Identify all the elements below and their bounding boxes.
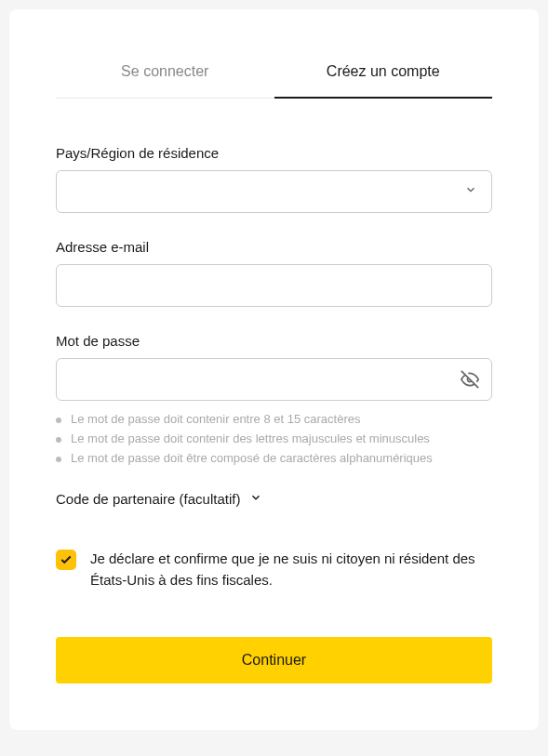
hint-text: Le mot de passe doit contenir entre 8 et… [71,412,360,426]
auth-tabs: Se connecter Créez un compte [56,46,492,99]
password-group: Mot de passe Le mot de passe doit conten… [56,333,492,465]
chevron-down-icon [249,491,262,507]
email-input[interactable] [56,264,492,307]
bullet-icon [56,437,61,443]
password-hints: Le mot de passe doit contenir entre 8 et… [56,412,492,465]
check-icon [60,553,73,566]
password-hint: Le mot de passe doit contenir entre 8 et… [56,412,492,426]
password-hint: Le mot de passe doit être composé de car… [56,451,492,465]
country-select[interactable] [56,170,492,213]
hint-text: Le mot de passe doit être composé de car… [71,451,433,465]
hint-text: Le mot de passe doit contenir des lettre… [71,431,430,445]
email-group: Adresse e-mail [56,239,492,307]
password-input[interactable] [56,358,492,401]
eye-off-icon[interactable] [461,370,479,389]
tab-login[interactable]: Se connecter [56,46,274,99]
country-label: Pays/Région de résidence [56,145,492,161]
country-select-wrapper [56,170,492,213]
partner-code-toggle[interactable]: Code de partenaire (facultatif) [56,491,492,507]
declaration-checkbox[interactable] [56,550,76,570]
bullet-icon [56,418,61,423]
country-group: Pays/Région de résidence [56,145,492,213]
partner-code-label: Code de partenaire (facultatif) [56,491,240,507]
signup-card: Se connecter Créez un compte Pays/Région… [9,9,539,730]
tab-signup[interactable]: Créez un compte [274,46,493,99]
bullet-icon [56,457,61,462]
email-label: Adresse e-mail [56,239,492,255]
password-label: Mot de passe [56,333,492,349]
continue-button[interactable]: Continuer [56,637,492,683]
declaration-text: Je déclare et confirme que je ne suis ni… [90,549,492,590]
declaration-row: Je déclare et confirme que je ne suis ni… [56,549,492,590]
password-wrapper [56,358,492,401]
password-hint: Le mot de passe doit contenir des lettre… [56,431,492,445]
